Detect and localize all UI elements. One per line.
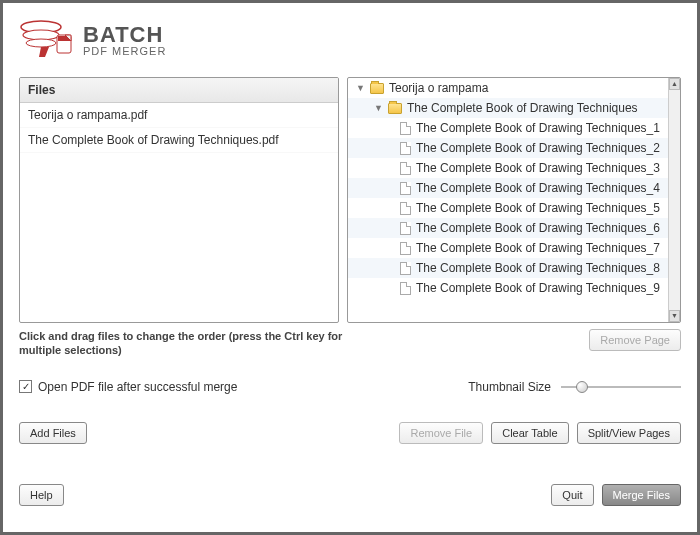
files-panel-header: Files [20, 78, 338, 103]
file-list[interactable]: Teorija o rampama.pdf The Complete Book … [20, 103, 338, 321]
page-label: The Complete Book of Drawing Techniques_… [416, 281, 660, 295]
page-label: The Complete Book of Drawing Techniques_… [416, 241, 660, 255]
disclosure-open-icon[interactable]: ▼ [356, 84, 365, 93]
tree-page-row[interactable]: The Complete Book of Drawing Techniques_… [348, 158, 668, 178]
scroll-up-icon[interactable]: ▲ [669, 78, 680, 90]
page-icon [400, 222, 411, 235]
svg-point-2 [26, 39, 56, 47]
page-label: The Complete Book of Drawing Techniques_… [416, 121, 660, 135]
page-label: The Complete Book of Drawing Techniques_… [416, 221, 660, 235]
page-icon [400, 242, 411, 255]
files-panel: Files Teorija o rampama.pdf The Complete… [19, 77, 339, 323]
disclosure-open-icon[interactable]: ▼ [374, 104, 383, 113]
merge-files-button[interactable]: Merge Files [602, 484, 681, 506]
pages-tree-panel: ▲ ▼ ▼ Teorija o rampama ▼ The Complete B… [347, 77, 681, 323]
app-header: BATCH PDF MERGER [19, 17, 681, 63]
app-logo-icon [19, 17, 75, 63]
thumbnail-size-label: Thumbnail Size [468, 380, 551, 394]
page-label: The Complete Book of Drawing Techniques_… [416, 161, 660, 175]
page-icon [400, 202, 411, 215]
page-icon [400, 282, 411, 295]
app-subtitle: PDF MERGER [83, 46, 166, 57]
folder-icon [370, 83, 384, 94]
page-label: The Complete Book of Drawing Techniques_… [416, 141, 660, 155]
page-label: The Complete Book of Drawing Techniques_… [416, 181, 660, 195]
scrollbar[interactable]: ▲ ▼ [668, 78, 680, 322]
checkbox-icon[interactable]: ✓ [19, 380, 32, 393]
tree-page-row[interactable]: The Complete Book of Drawing Techniques_… [348, 238, 668, 258]
tree-folder-row[interactable]: ▼ Teorija o rampama [348, 78, 668, 98]
tree-page-row[interactable]: The Complete Book of Drawing Techniques_… [348, 118, 668, 138]
open-after-merge-option[interactable]: ✓ Open PDF file after successful merge [19, 380, 237, 394]
clear-table-button[interactable]: Clear Table [491, 422, 568, 444]
page-label: The Complete Book of Drawing Techniques_… [416, 261, 660, 275]
remove-page-button[interactable]: Remove Page [589, 329, 681, 351]
remove-file-button[interactable]: Remove File [399, 422, 483, 444]
scroll-down-icon[interactable]: ▼ [669, 310, 680, 322]
app-title: BATCH [83, 24, 166, 46]
tree-page-row[interactable]: The Complete Book of Drawing Techniques_… [348, 278, 668, 298]
file-row[interactable]: Teorija o rampama.pdf [20, 103, 338, 128]
folder-label: The Complete Book of Drawing Techniques [407, 101, 638, 115]
tree-page-row[interactable]: The Complete Book of Drawing Techniques_… [348, 138, 668, 158]
tree-page-row[interactable]: The Complete Book of Drawing Techniques_… [348, 218, 668, 238]
tree-page-row[interactable]: The Complete Book of Drawing Techniques_… [348, 178, 668, 198]
slider-thumb-icon[interactable] [576, 381, 588, 393]
quit-button[interactable]: Quit [551, 484, 593, 506]
file-row[interactable]: The Complete Book of Drawing Techniques.… [20, 128, 338, 153]
page-icon [400, 262, 411, 275]
page-icon [400, 162, 411, 175]
tree-page-row[interactable]: The Complete Book of Drawing Techniques_… [348, 258, 668, 278]
page-icon [400, 142, 411, 155]
checkbox-label: Open PDF file after successful merge [38, 380, 237, 394]
tree-page-row[interactable]: The Complete Book of Drawing Techniques_… [348, 198, 668, 218]
thumbnail-size-slider[interactable] [561, 386, 681, 388]
page-icon [400, 122, 411, 135]
page-label: The Complete Book of Drawing Techniques_… [416, 201, 660, 215]
pages-tree[interactable]: ▲ ▼ ▼ Teorija o rampama ▼ The Complete B… [348, 78, 680, 322]
split-view-pages-button[interactable]: Split/View Pages [577, 422, 681, 444]
add-files-button[interactable]: Add Files [19, 422, 87, 444]
folder-label: Teorija o rampama [389, 81, 488, 95]
drag-hint-text: Click and drag files to change the order… [19, 329, 349, 358]
folder-icon [388, 103, 402, 114]
tree-folder-row[interactable]: ▼ The Complete Book of Drawing Technique… [348, 98, 668, 118]
help-button[interactable]: Help [19, 484, 64, 506]
page-icon [400, 182, 411, 195]
